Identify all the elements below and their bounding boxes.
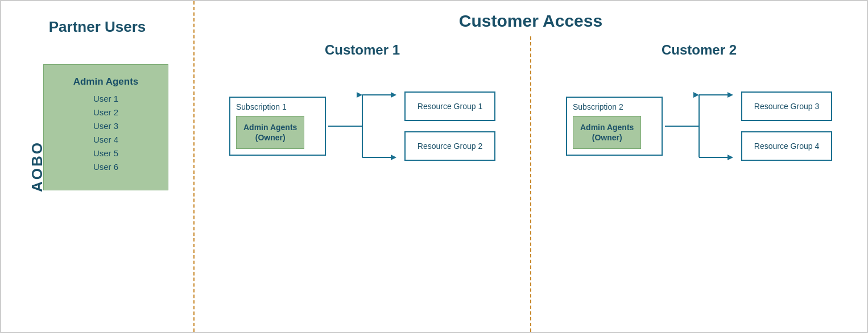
user-item: User 1 xyxy=(61,92,151,106)
partner-users-section: Partner Users AOBO Admin Agents User 1Us… xyxy=(1,1,195,332)
aobo-label: AOBO xyxy=(28,141,46,192)
svg-marker-5 xyxy=(391,155,396,160)
svg-marker-12 xyxy=(728,155,733,160)
arrows-svg-1 xyxy=(328,75,396,177)
admin-owner1-box: Admin Agents(Owner) xyxy=(236,116,304,149)
arrows-svg-2 xyxy=(665,75,733,177)
svg-marker-3 xyxy=(391,92,396,98)
customer1-col: Customer 1 Subscription 1 Admin Agents(O… xyxy=(195,36,531,332)
customer2-col: Customer 2 Subscription 2 Admin Agents(O… xyxy=(531,36,867,332)
customer-access-section: Customer Access Customer 1 Subscription … xyxy=(195,1,867,332)
subscription2-outer: Subscription 2 Admin Agents(Owner) xyxy=(566,97,663,156)
admin-agents-box: Admin Agents User 1User 2User 3User 4Use… xyxy=(43,64,168,190)
admin-agents-title: Admin Agents xyxy=(61,76,151,88)
admin-owner2-box: Admin Agents(Owner) xyxy=(573,116,641,149)
customer1-sub-block: Subscription 1 Admin Agents(Owner) xyxy=(229,97,326,156)
resource-group2-box: Resource Group 2 xyxy=(404,131,495,161)
customer1-resource-groups: Resource Group 1 Resource Group 2 xyxy=(404,91,495,161)
user-item: User 6 xyxy=(61,160,151,174)
user-item: User 5 xyxy=(61,147,151,160)
diagram-wrapper: Partner Users AOBO Admin Agents User 1Us… xyxy=(0,0,868,333)
subscription2-label: Subscription 2 xyxy=(573,102,656,111)
user-list: User 1User 2User 3User 4User 5User 6 xyxy=(61,92,151,174)
user-item: User 3 xyxy=(61,119,151,133)
resource-group3-box: Resource Group 3 xyxy=(741,91,832,121)
customer-access-title: Customer Access xyxy=(195,1,867,36)
subscription1-outer: Subscription 1 Admin Agents(Owner) xyxy=(229,97,326,156)
resource-group1-box: Resource Group 1 xyxy=(404,91,495,121)
customer1-title: Customer 1 xyxy=(325,42,400,58)
user-item: User 2 xyxy=(61,106,151,119)
svg-marker-13 xyxy=(693,92,699,98)
svg-marker-6 xyxy=(357,92,362,98)
customer2-resource-groups: Resource Group 3 Resource Group 4 xyxy=(741,91,832,161)
customer2-title: Customer 2 xyxy=(662,42,737,58)
partner-users-title: Partner Users xyxy=(49,18,146,36)
svg-marker-10 xyxy=(728,92,733,98)
customer2-diagram: Subscription 2 Admin Agents(Owner) xyxy=(543,75,855,177)
user-item: User 4 xyxy=(61,133,151,147)
customers-row: Customer 1 Subscription 1 Admin Agents(O… xyxy=(195,36,867,332)
customer2-sub-block: Subscription 2 Admin Agents(Owner) xyxy=(566,97,663,156)
customer1-diagram: Subscription 1 Admin Agents(Owner) xyxy=(206,75,519,177)
subscription1-label: Subscription 1 xyxy=(236,102,319,111)
resource-group4-box: Resource Group 4 xyxy=(741,131,832,161)
